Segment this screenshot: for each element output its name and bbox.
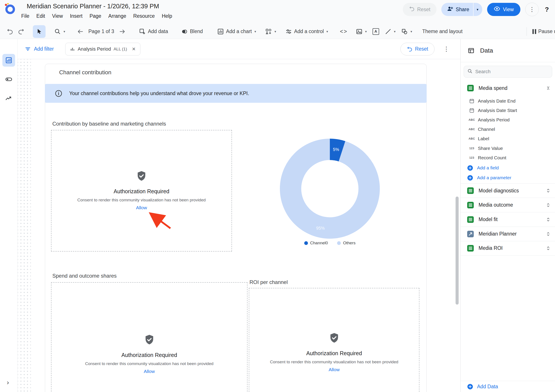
rail-controls-tab[interactable] xyxy=(2,73,15,86)
app-header: Meridian Scenario Planner - 1/20/26, 12:… xyxy=(0,0,555,24)
document-title[interactable]: Meridian Scenario Planner - 1/20/26, 12:… xyxy=(27,2,159,10)
looker-studio-logo-icon[interactable] xyxy=(3,3,15,15)
left-rail: › xyxy=(0,39,18,392)
data-source-media-spend[interactable]: Media spend xyxy=(460,81,555,95)
more-options-button[interactable]: ⋮ xyxy=(525,3,539,16)
next-page-button[interactable] xyxy=(119,28,125,35)
field-label-field[interactable]: ABC Label xyxy=(460,134,555,143)
data-source-label: Media outcome xyxy=(479,202,513,208)
contribution-chart-placeholder[interactable]: Authorization Required Consent to render… xyxy=(51,130,232,251)
add-data-button[interactable]: Add data xyxy=(139,28,168,35)
menu-arrange[interactable]: Arrange xyxy=(105,12,130,20)
line-icon xyxy=(385,28,391,35)
menu-file[interactable]: File xyxy=(18,12,33,20)
select-tool-button[interactable] xyxy=(33,25,45,38)
data-source-model-diagnostics[interactable]: Model diagnostics xyxy=(460,183,555,198)
help-button[interactable]: ? xyxy=(544,6,550,13)
previous-page-button[interactable] xyxy=(77,28,84,35)
insert-image-button[interactable]: ▾ xyxy=(356,28,367,35)
data-source-label: Model fit xyxy=(479,216,498,222)
data-source-media-outcome[interactable]: Media outcome xyxy=(460,198,555,212)
text-icon: A xyxy=(372,28,379,35)
menu-edit[interactable]: Edit xyxy=(33,12,49,20)
menu-resource[interactable]: Resource xyxy=(130,12,158,20)
search-input[interactable] xyxy=(475,69,548,74)
chevron-down-icon: ▾ xyxy=(410,30,412,34)
rail-report-tab[interactable] xyxy=(2,54,15,67)
analysis-period-filter-chip[interactable]: Analysis Period ALL (1) ✕ xyxy=(65,43,140,55)
add-data-bottom-button[interactable]: Add Data xyxy=(460,381,555,392)
reset-label: Reset xyxy=(417,7,430,13)
chevron-down-icon: ▾ xyxy=(255,30,256,34)
field-record-count[interactable]: 123 Record Count xyxy=(460,153,555,162)
canvas-grid-dots xyxy=(18,59,31,392)
allow-link[interactable]: Allow xyxy=(144,369,155,374)
embed-code-button[interactable]: <> xyxy=(340,28,348,35)
close-icon[interactable]: ✕ xyxy=(132,46,136,52)
data-source-label: Media ROI xyxy=(479,245,503,251)
add-field-button[interactable]: Add a field xyxy=(460,163,555,173)
share-button[interactable]: Share xyxy=(441,3,473,16)
unfold-more-icon[interactable] xyxy=(546,217,551,222)
field-analysis-date-end[interactable]: Analysis Date End xyxy=(460,96,555,106)
field-analysis-date-start[interactable]: Analysis Date Start xyxy=(460,106,555,115)
redo-button[interactable] xyxy=(18,28,24,35)
zoom-tool-button[interactable]: ▾ xyxy=(54,28,65,35)
reset-button[interactable]: Reset xyxy=(403,3,437,16)
blend-button[interactable]: Blend xyxy=(181,28,203,35)
menu-page[interactable]: Page xyxy=(86,12,105,20)
unfold-more-icon[interactable] xyxy=(546,188,551,193)
unfold-more-icon[interactable] xyxy=(546,202,551,208)
add-chart-button[interactable]: Add a chart ▾ xyxy=(217,28,256,35)
community-visualizations-button[interactable]: ▾ xyxy=(265,28,276,35)
auth-title: Authorization Required xyxy=(114,188,169,195)
field-channel[interactable]: ABC Channel xyxy=(460,125,555,134)
field-label: Analysis Date Start xyxy=(478,108,517,113)
plus-circle-icon xyxy=(467,384,473,390)
filter-reset-button[interactable]: Reset xyxy=(400,43,435,55)
unfold-more-icon[interactable] xyxy=(546,246,551,251)
menu-insert[interactable]: Insert xyxy=(66,12,86,20)
add-parameter-button[interactable]: Add a parameter xyxy=(460,173,555,183)
filter-chip-badge: ALL (1) xyxy=(113,47,127,52)
data-search-box[interactable] xyxy=(464,66,552,78)
field-analysis-period[interactable]: ABC Analysis Period xyxy=(460,115,555,125)
theme-layout-button[interactable]: Theme and layout xyxy=(422,29,463,34)
share-dropdown-button[interactable]: ▾ xyxy=(473,3,482,16)
add-control-button[interactable]: Add a control ▾ xyxy=(285,28,328,35)
spend-chart-placeholder[interactable]: Authorization Required Consent to render… xyxy=(51,282,248,392)
annotation-arrow xyxy=(144,207,176,232)
text-type-icon: ABC xyxy=(468,127,476,131)
line-tool-button[interactable]: ▾ xyxy=(385,28,396,35)
canvas-scrollbar-thumb[interactable] xyxy=(456,197,459,304)
field-share-value[interactable]: 123 Share Value xyxy=(460,143,555,153)
pause-updates-button[interactable]: Pause u xyxy=(533,29,555,34)
view-button[interactable]: View xyxy=(487,3,520,16)
roi-chart-placeholder[interactable]: Authorization Required Consent to render… xyxy=(249,288,419,392)
filter-more-button[interactable]: ⋮ xyxy=(442,45,451,52)
info-banner: Your channel contributions help you unde… xyxy=(45,84,427,103)
arrow-right-icon xyxy=(119,28,125,35)
shape-tool-button[interactable]: ▾ xyxy=(401,28,412,35)
shield-icon xyxy=(136,170,147,182)
data-source-label: Media spend xyxy=(479,85,507,91)
chevron-down-icon: ▾ xyxy=(326,30,328,34)
undo-button[interactable] xyxy=(7,28,13,35)
text-tool-button[interactable]: A xyxy=(372,28,379,35)
collapse-icon[interactable] xyxy=(546,85,551,91)
add-filter-button[interactable]: Add filter xyxy=(25,46,54,52)
donut-chart[interactable]: 5% 95% xyxy=(279,137,381,240)
data-source-media-roi[interactable]: Media ROI xyxy=(460,241,555,256)
auth-message: Consent to render this community visuali… xyxy=(85,361,213,366)
menu-view[interactable]: View xyxy=(49,12,66,20)
unfold-more-icon[interactable] xyxy=(546,231,551,237)
legend-label-others: Others xyxy=(343,241,356,245)
page-indicator[interactable]: Page 1 of 3 xyxy=(88,29,114,34)
data-source-meridian-planner[interactable]: Meridian Planner xyxy=(460,227,555,241)
rail-trends-tab[interactable] xyxy=(2,92,15,104)
expand-rail-button[interactable]: › xyxy=(3,377,13,387)
data-source-model-fit[interactable]: Model fit xyxy=(460,212,555,227)
menu-help[interactable]: Help xyxy=(158,12,176,20)
allow-link[interactable]: Allow xyxy=(329,367,339,372)
filter-bar-actions: Reset ⋮ xyxy=(400,43,451,55)
